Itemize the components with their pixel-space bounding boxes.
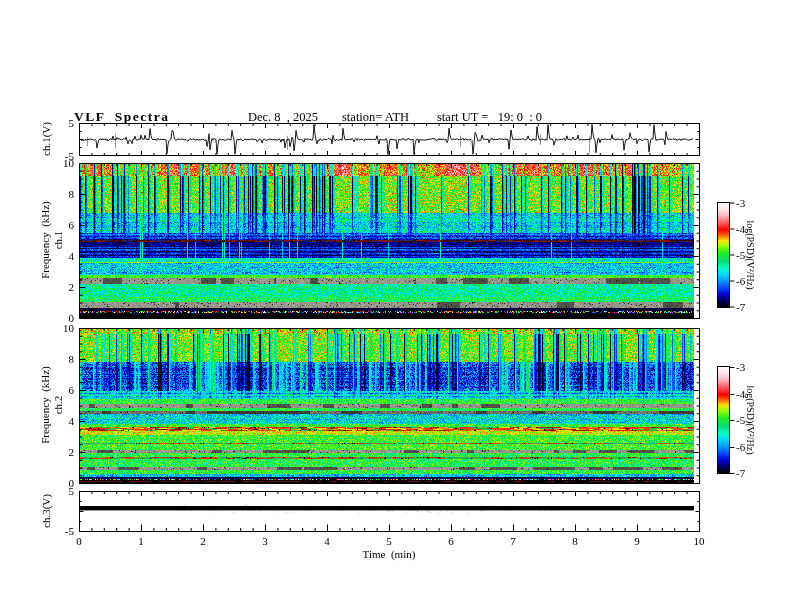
colorbar1-tick-label: -5 — [736, 248, 758, 262]
x-tick-label: 10 — [684, 534, 714, 548]
start-ut-label: start UT = 19: 0 : 0 — [437, 110, 542, 125]
spec2-y-tick-label: 6 — [52, 383, 74, 397]
colorbar2-tick-label: -6 — [736, 440, 758, 454]
wave3-y-tick-label: 5 — [52, 484, 74, 498]
colorbar2-tick-label: -4 — [736, 387, 758, 401]
spec2-y-tick-label: 10 — [52, 321, 74, 335]
ch3-voltage-axis-label: ch.3(V) — [39, 481, 53, 541]
x-tick-label: 2 — [188, 534, 218, 548]
time-axis-label: Time (min) — [319, 548, 459, 560]
ch1-voltage-axis-label: ch.1(V) — [39, 109, 53, 169]
x-tick-label: 6 — [436, 534, 466, 548]
x-tick-label: 0 — [64, 534, 94, 548]
x-tick-label: 8 — [560, 534, 590, 548]
spec1-y-tick-label: 4 — [52, 249, 74, 263]
date-label: Dec. 8 , 2025 — [248, 110, 318, 125]
x-tick-label: 7 — [498, 534, 528, 548]
spec1-y-tick-label: 6 — [52, 218, 74, 232]
plot-title: VLF Spectra — [74, 109, 170, 125]
station-label: station= ATH — [342, 110, 409, 125]
spec2-y-tick-label: 4 — [52, 414, 74, 428]
x-tick-label: 5 — [374, 534, 404, 548]
spec2-y-tick-label: 2 — [52, 445, 74, 459]
wave1-y-tick-label: 5 — [52, 116, 74, 130]
colorbar2-tick-label: -7 — [736, 466, 758, 480]
ch2-frequency-axis-label: Frequency (kHz) — [38, 349, 52, 461]
colorbar2-tick-label: -3 — [736, 360, 758, 374]
spec2-y-tick-label: 8 — [52, 352, 74, 366]
x-tick-label: 4 — [312, 534, 342, 548]
spec1-y-tick-label: 8 — [52, 187, 74, 201]
x-tick-label: 1 — [126, 534, 156, 548]
colorbar1-tick-label: -6 — [736, 274, 758, 288]
spec1-y-tick-label: 2 — [52, 280, 74, 294]
colorbar1-tick-label: -3 — [736, 196, 758, 210]
ch1-frequency-axis-label: Frequency (kHz) — [38, 184, 52, 296]
wave1-y-tick-label: -5 — [52, 149, 74, 163]
axes-frame-canvas — [0, 0, 792, 612]
x-tick-label: 3 — [250, 534, 280, 548]
vlf-spectra-plot: VLF Spectra Dec. 8 , 2025 station= ATH s… — [0, 0, 792, 612]
colorbar1-tick-label: -4 — [736, 222, 758, 236]
colorbar2-tick-label: -5 — [736, 413, 758, 427]
colorbar1-tick-label: -7 — [736, 300, 758, 314]
x-tick-label: 9 — [622, 534, 652, 548]
